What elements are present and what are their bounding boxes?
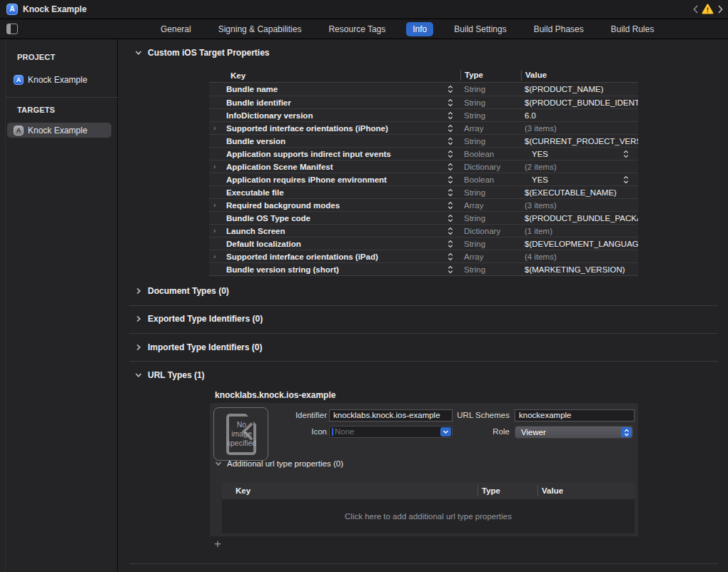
plist-key-cell[interactable]: Application requires iPhone environment bbox=[209, 175, 460, 184]
plist-type-cell[interactable]: String bbox=[460, 188, 521, 197]
plist-type-cell[interactable]: Boolean bbox=[460, 175, 521, 184]
section-document-types[interactable]: Document Types (0) bbox=[135, 286, 229, 296]
plist-row[interactable]: Bundle version string (short)String$(MAR… bbox=[209, 262, 638, 275]
plist-value-cell[interactable]: (3 items) bbox=[521, 201, 638, 210]
plist-key-cell[interactable]: ›Supported interface orientations (iPad) bbox=[209, 252, 460, 261]
plist-key-cell[interactable]: Bundle version bbox=[209, 137, 460, 145]
tab-general[interactable]: General bbox=[154, 22, 198, 36]
plist-type-cell[interactable]: String bbox=[460, 214, 521, 223]
warning-icon[interactable] bbox=[702, 4, 714, 15]
column-header-type[interactable]: Type bbox=[477, 485, 537, 496]
plist-row[interactable]: Default localizationString$(DEVELOPMENT_… bbox=[209, 237, 638, 250]
plist-row[interactable]: InfoDictionary versionString6.0 bbox=[209, 108, 638, 121]
identifier-field[interactable]: knocklabs.knock.ios-example bbox=[329, 409, 453, 422]
tab-build-phases[interactable]: Build Phases bbox=[527, 22, 590, 36]
stepper-icon[interactable] bbox=[448, 124, 453, 133]
plist-key-cell[interactable]: Bundle identifier bbox=[209, 98, 460, 107]
icon-combobox[interactable]: None bbox=[329, 426, 453, 438]
popup-stepper-button[interactable] bbox=[621, 427, 632, 437]
plist-value-cell[interactable]: $(PRODUCT_NAME) bbox=[521, 85, 638, 93]
stepper-icon[interactable] bbox=[623, 150, 629, 158]
tab-build-settings[interactable]: Build Settings bbox=[448, 22, 512, 36]
plist-value-cell[interactable]: $(PRODUCT_BUNDLE_IDENT bbox=[521, 98, 638, 107]
plist-type-cell[interactable]: String bbox=[460, 85, 521, 93]
stepper-icon[interactable] bbox=[448, 252, 453, 261]
url-type-image-well[interactable]: Noimagespecified bbox=[213, 407, 268, 461]
plist-type-cell[interactable]: String bbox=[460, 98, 521, 107]
additional-url-type-properties-header[interactable]: Additional url type properties (0) bbox=[215, 459, 343, 468]
stepper-icon[interactable] bbox=[448, 137, 453, 145]
plist-type-cell[interactable]: Array bbox=[460, 124, 521, 133]
stepper-icon[interactable] bbox=[448, 240, 453, 248]
plist-value-cell[interactable]: (4 items) bbox=[521, 252, 638, 261]
stepper-icon[interactable] bbox=[448, 175, 453, 184]
back-icon[interactable] bbox=[692, 4, 700, 15]
plist-type-cell[interactable]: String bbox=[460, 137, 521, 145]
plist-key-cell[interactable]: ›Launch Screen bbox=[209, 227, 460, 235]
stepper-icon[interactable] bbox=[623, 175, 629, 184]
sidebar-item-target[interactable]: A Knock Example bbox=[7, 123, 111, 138]
plist-value-cell[interactable]: $(DEVELOPMENT_LANGUAGI bbox=[521, 240, 638, 248]
role-popup[interactable]: Viewer bbox=[515, 426, 633, 439]
plist-key-cell[interactable]: InfoDictionary version bbox=[209, 111, 460, 120]
plist-value-cell[interactable]: YES bbox=[521, 150, 638, 158]
plist-row[interactable]: ›Supported interface orientations (iPad)… bbox=[209, 250, 638, 262]
plist-key-cell[interactable]: ›Required background modes bbox=[209, 201, 460, 210]
add-url-type-button[interactable]: + bbox=[212, 538, 223, 550]
plist-type-cell[interactable]: String bbox=[460, 111, 521, 120]
stepper-icon[interactable] bbox=[448, 214, 453, 223]
stepper-icon[interactable] bbox=[448, 265, 453, 274]
stepper-icon[interactable] bbox=[448, 150, 453, 158]
chevron-right-icon[interactable]: › bbox=[213, 227, 226, 235]
stepper-icon[interactable] bbox=[448, 188, 453, 197]
chevron-right-icon[interactable]: › bbox=[213, 252, 226, 260]
section-url-types[interactable]: URL Types (1) bbox=[135, 370, 205, 380]
stepper-icon[interactable] bbox=[448, 85, 453, 93]
plist-value-cell[interactable]: (1 item) bbox=[521, 227, 638, 235]
plist-row[interactable]: Bundle nameString$(PRODUCT_NAME) bbox=[209, 83, 638, 96]
column-header-type[interactable]: Type bbox=[460, 70, 521, 81]
sidebar-toggle-icon[interactable] bbox=[6, 24, 18, 34]
plist-type-cell[interactable]: Dictionary bbox=[460, 227, 521, 235]
plist-row[interactable]: Executable fileString$(EXECUTABLE_NAME) bbox=[209, 185, 638, 198]
section-custom-ios-target-properties[interactable]: Custom iOS Target Properties bbox=[135, 48, 269, 58]
plist-row[interactable]: Application requires iPhone environmentB… bbox=[209, 173, 638, 185]
stepper-icon[interactable] bbox=[448, 111, 453, 120]
tab-signing-capabilities[interactable]: Signing & Capabilities bbox=[212, 22, 308, 36]
plist-key-cell[interactable]: Default localization bbox=[209, 240, 460, 248]
plist-value-cell[interactable]: $(EXECUTABLE_NAME) bbox=[521, 188, 638, 197]
plist-key-cell[interactable]: Bundle version string (short) bbox=[209, 265, 460, 274]
plist-row[interactable]: ›Application Scene ManifestDictionary(2 … bbox=[209, 160, 638, 173]
section-imported-type-identifiers[interactable]: Imported Type Identifiers (0) bbox=[135, 342, 262, 352]
plist-type-cell[interactable]: Array bbox=[460, 201, 521, 210]
plist-value-cell[interactable]: 6.0 bbox=[521, 111, 638, 120]
forward-icon[interactable] bbox=[716, 4, 724, 15]
tab-info[interactable]: Info bbox=[406, 22, 433, 36]
stepper-icon[interactable] bbox=[448, 98, 453, 107]
plist-value-cell[interactable]: (3 items) bbox=[521, 124, 638, 133]
plist-type-cell[interactable]: Boolean bbox=[460, 150, 521, 158]
stepper-icon[interactable] bbox=[448, 227, 453, 235]
chevron-right-icon[interactable]: › bbox=[213, 201, 226, 209]
plist-row[interactable]: Bundle versionString$(CURRENT_PROJECT_VE… bbox=[209, 134, 638, 147]
stepper-icon[interactable] bbox=[448, 201, 453, 210]
column-header-key[interactable]: Key bbox=[209, 71, 460, 80]
url-schemes-field[interactable]: knockexample bbox=[515, 409, 635, 422]
chevron-right-icon[interactable]: › bbox=[213, 124, 226, 132]
plist-type-cell[interactable]: String bbox=[460, 265, 521, 274]
tab-build-rules[interactable]: Build Rules bbox=[605, 22, 661, 36]
plist-value-cell[interactable]: $(PRODUCT_BUNDLE_PACKA bbox=[521, 214, 638, 223]
plist-value-cell[interactable]: (2 items) bbox=[521, 163, 638, 171]
plist-type-cell[interactable]: String bbox=[460, 240, 521, 248]
plist-key-cell[interactable]: Bundle OS Type code bbox=[209, 214, 460, 223]
tab-resource-tags[interactable]: Resource Tags bbox=[322, 22, 392, 36]
column-header-value[interactable]: Value bbox=[521, 70, 638, 81]
plist-row[interactable]: ›Launch ScreenDictionary(1 item) bbox=[209, 224, 638, 237]
column-header-value[interactable]: Value bbox=[537, 485, 635, 496]
plist-key-cell[interactable]: ›Supported interface orientations (iPhon… bbox=[209, 124, 460, 133]
plist-key-cell[interactable]: ›Application Scene Manifest bbox=[209, 163, 460, 171]
add-properties-placeholder[interactable]: Click here to add additional url type pr… bbox=[222, 499, 635, 533]
plist-key-cell[interactable]: Executable file bbox=[209, 188, 460, 197]
plist-key-cell[interactable]: Bundle name bbox=[209, 85, 460, 93]
sidebar-item-project[interactable]: A Knock Example bbox=[7, 72, 111, 87]
